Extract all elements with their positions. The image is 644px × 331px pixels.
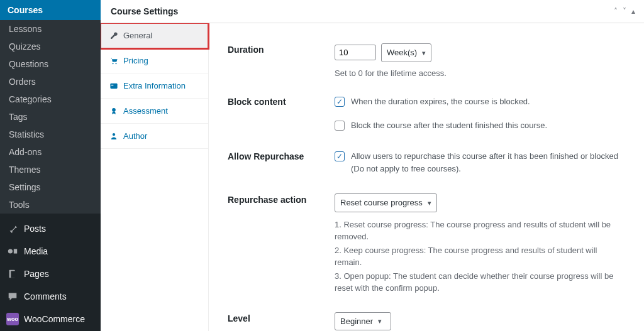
repurchase-action-value: Reset course progress	[340, 197, 423, 209]
tab-author[interactable]: Author	[101, 124, 208, 149]
block-content-checkbox-finished[interactable]	[335, 121, 345, 131]
chevron-down-icon: ▾	[378, 316, 382, 327]
label-level: Level	[228, 312, 335, 323]
block-content-text-finished: Block the course after the student finis…	[351, 119, 625, 132]
user-icon	[109, 132, 118, 141]
repurchase-desc-2: 2. Keep course progress: The course prog…	[335, 244, 625, 269]
svg-rect-2	[11, 271, 16, 278]
label-repurchase-action: Repurchase action	[228, 193, 335, 205]
chevron-down-icon: ▾	[428, 198, 431, 209]
media-icon	[6, 245, 19, 258]
sidebar-main-label: Comments	[24, 291, 67, 301]
duration-unit-select[interactable]: Week(s) ▾	[381, 43, 431, 62]
label-duration: Duration	[228, 43, 335, 55]
row-duration: Duration Week(s) ▾ Set to 0 for the life…	[228, 38, 625, 90]
sidebar-item-tools[interactable]: Tools	[0, 196, 101, 214]
tab-label: Assessment	[123, 106, 168, 116]
sidebar-item-addons[interactable]: Add-ons	[0, 143, 101, 161]
pin-icon	[6, 222, 19, 235]
tab-pricing[interactable]: Pricing	[101, 48, 208, 73]
block-content-text-expire: When the duration expires, the course is…	[351, 95, 625, 108]
sidebar-item-lessons[interactable]: Lessons	[0, 20, 101, 38]
tab-extra-information[interactable]: Extra Information	[101, 73, 208, 99]
settings-form: Duration Week(s) ▾ Set to 0 for the life…	[209, 23, 644, 331]
duration-help: Set to 0 for the lifetime access.	[335, 67, 625, 80]
sidebar-main-label: Posts	[24, 224, 46, 234]
woo-icon: woo	[6, 313, 19, 325]
sidebar-submenu: Lessons Quizzes Questions Orders Categor…	[0, 20, 101, 214]
allow-repurchase-checkbox[interactable]	[335, 151, 345, 161]
sidebar-main-posts[interactable]: Posts	[0, 217, 101, 240]
repurchase-desc-3: 3. Open popup: The student can decide wh…	[335, 270, 625, 295]
panel-move-down-icon[interactable]: ˅	[623, 7, 626, 16]
tab-label: Pricing	[123, 56, 148, 65]
sidebar-main-label: Pages	[24, 269, 49, 279]
row-block-content: Block content When the duration expires,…	[228, 90, 625, 145]
tab-label: Author	[123, 131, 147, 141]
course-settings-panel: Course Settings ˄ ˅ ▴ General Pricing	[101, 0, 644, 331]
sidebar-item-questions[interactable]: Questions	[0, 55, 101, 73]
svg-point-9	[112, 108, 116, 112]
repurchase-action-select[interactable]: Reset course progress ▾	[335, 193, 437, 212]
row-allow-repurchase: Allow Repurchase Allow users to repurcha…	[228, 145, 625, 188]
settings-tabs: General Pricing Extra Information Assess…	[101, 23, 209, 331]
block-content-checkbox-expire[interactable]	[335, 97, 345, 107]
label-block-content: Block content	[228, 95, 335, 107]
panel-move-up-icon[interactable]: ˄	[614, 7, 618, 16]
chevron-down-icon: ▾	[422, 48, 426, 58]
wp-admin-sidebar: Courses Lessons Quizzes Questions Orders…	[0, 0, 101, 331]
svg-rect-8	[111, 84, 114, 85]
tab-assessment[interactable]: Assessment	[101, 99, 208, 124]
cart-icon	[109, 57, 118, 65]
panel-collapse-icon[interactable]: ▴	[631, 7, 635, 16]
sidebar-item-settings[interactable]: Settings	[0, 178, 101, 196]
comment-icon	[6, 290, 19, 303]
row-repurchase-action: Repurchase action Reset course progress …	[228, 188, 625, 307]
svg-point-0	[8, 249, 13, 253]
card-icon	[109, 82, 118, 90]
duration-input[interactable]	[335, 45, 376, 60]
repurchase-action-desc: 1. Reset course progress: The course pro…	[335, 219, 625, 295]
svg-rect-7	[110, 83, 117, 88]
svg-point-5	[113, 63, 114, 64]
sidebar-main-comments[interactable]: Comments	[0, 285, 101, 308]
sidebar-main-label: WooCommerce	[24, 314, 85, 324]
sidebar-item-themes[interactable]: Themes	[0, 161, 101, 178]
duration-unit-value: Week(s)	[387, 46, 417, 59]
tab-label: General	[123, 31, 152, 40]
sidebar-main-woocommerce[interactable]: woo WooCommerce	[0, 308, 101, 330]
svg-point-6	[115, 63, 116, 64]
label-allow-repurchase: Allow Repurchase	[228, 150, 335, 161]
sidebar-item-quizzes[interactable]: Quizzes	[0, 38, 101, 55]
sidebar-main-pages[interactable]: Pages	[0, 263, 101, 285]
tab-general[interactable]: General	[101, 23, 208, 48]
sidebar-item-tags[interactable]: Tags	[0, 108, 101, 126]
panel-header: Course Settings ˄ ˅ ▴	[101, 0, 644, 23]
page-icon	[6, 268, 19, 280]
row-level: Level Beginner ▾ Choose a difficulty lev…	[228, 307, 625, 332]
badge-icon	[109, 107, 118, 116]
sidebar-main-media[interactable]: Media	[0, 240, 101, 263]
sidebar-main-label: Media	[24, 246, 48, 256]
panel-header-controls: ˄ ˅ ▴	[614, 7, 635, 16]
allow-repurchase-text: Allow users to repurchase this course af…	[351, 150, 625, 175]
svg-point-10	[113, 133, 115, 136]
level-select[interactable]: Beginner ▾	[335, 312, 391, 331]
sidebar-main-items: Posts Media Pages Comments woo WooCommer…	[0, 214, 101, 331]
sidebar-parent-courses[interactable]: Courses	[0, 0, 101, 20]
wrench-icon	[109, 31, 118, 40]
sidebar-item-orders[interactable]: Orders	[0, 73, 101, 90]
sidebar-item-categories[interactable]: Categories	[0, 90, 101, 108]
sidebar-item-statistics[interactable]: Statistics	[0, 126, 101, 143]
level-value: Beginner	[340, 315, 373, 328]
tab-label: Extra Information	[123, 81, 186, 90]
repurchase-desc-1: 1. Reset course progress: The course pro…	[335, 219, 625, 243]
panel-title: Course Settings	[111, 6, 178, 16]
